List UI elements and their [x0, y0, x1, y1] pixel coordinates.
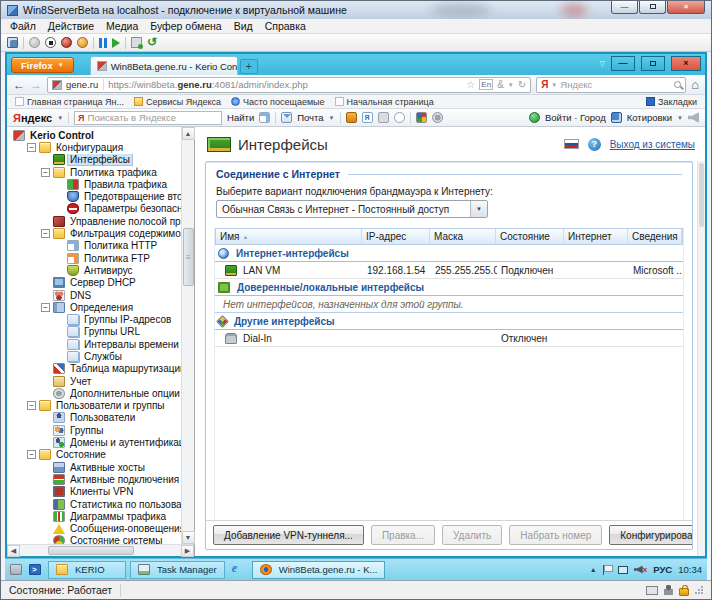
turn-off-icon[interactable] — [45, 37, 56, 48]
taskbar-task-manager-button[interactable]: Task Manager — [130, 561, 225, 579]
bookmarks-menu-button[interactable]: Закладки — [646, 97, 697, 107]
clock[interactable]: 10:34 — [678, 564, 702, 575]
resume-icon[interactable] — [112, 38, 120, 48]
tree-item[interactable]: −Политика трафика — [7, 166, 181, 178]
add-vpn-tunnel-button[interactable]: Добавление VPN-туннеля... — [213, 525, 364, 545]
logout-link[interactable]: Выход из системы — [610, 139, 695, 150]
tree-item[interactable]: −Правила трафика — [7, 178, 181, 190]
vm-close-button[interactable]: × — [667, 1, 705, 14]
bookmark-item[interactable]: Главная страница Ян... — [15, 97, 124, 107]
start-icon[interactable] — [29, 37, 40, 48]
translate-icon[interactable]: En — [479, 79, 493, 90]
main-vertical-scrollbar[interactable] — [697, 161, 705, 556]
collapse-icon[interactable]: − — [41, 229, 50, 238]
checkpoint-icon[interactable] — [131, 37, 142, 48]
save-state-icon[interactable] — [77, 37, 88, 48]
tree-vertical-scrollbar[interactable]: ▲ ▼ — [181, 127, 194, 544]
column-header-1[interactable]: IP-адрес — [362, 229, 430, 244]
tree-root[interactable]: Kerio Control — [7, 129, 181, 141]
powershell-icon[interactable] — [29, 564, 41, 575]
firefox-menu-button[interactable]: Firefox ▼ — [11, 57, 74, 73]
tree-item[interactable]: −Диаграммы трафика — [7, 510, 181, 522]
tree-item[interactable]: −Фильтрация содержимого — [7, 227, 181, 239]
connection-mode-select[interactable]: Обычная Связь с Интернет - Постоянный до… — [216, 200, 488, 218]
scrollbar-thumb[interactable] — [183, 228, 194, 286]
url-bar[interactable]: gene.ru https://win8beta.gene.ru:4081/ad… — [47, 77, 531, 93]
gear-icon[interactable] — [432, 112, 443, 123]
tree-item[interactable]: −Пользователи и группы — [7, 400, 181, 412]
column-header-2[interactable]: Маска — [430, 229, 496, 244]
action-center-flag-icon[interactable] — [603, 565, 612, 575]
tree-item[interactable]: −Политика FTP — [7, 252, 181, 264]
collapse-icon[interactable]: − — [41, 168, 50, 177]
browser-restore-button[interactable] — [641, 56, 665, 71]
tree-item[interactable]: −Интервалы времени — [7, 338, 181, 350]
vm-maximize-button[interactable] — [639, 1, 666, 14]
pause-icon[interactable] — [99, 38, 107, 48]
tree-item[interactable]: −Параметры безопасности — [7, 203, 181, 215]
quotes-button[interactable]: Котировки — [627, 112, 672, 123]
bookmark-item[interactable]: Сервисы Яндекса — [134, 97, 221, 107]
collapse-icon[interactable]: − — [41, 303, 50, 312]
tab-kerio-admin[interactable]: Win8Beta.gene.ru - Kerio Control Admin..… — [90, 56, 238, 75]
help-icon[interactable]: ? — [588, 138, 601, 151]
menu-item[interactable]: Вид — [228, 20, 259, 32]
engine-dropdown-icon[interactable]: ▼ — [551, 82, 557, 88]
dial-button[interactable]: Набрать номер — [509, 525, 602, 545]
tree-item[interactable]: −Группы — [7, 424, 181, 436]
scroll-right-icon[interactable]: ▶ — [181, 545, 194, 557]
menu-item[interactable]: Действие — [42, 20, 100, 32]
page-action-icon[interactable] — [259, 112, 270, 123]
tree-item[interactable]: −Управление полосой пропускания и — [7, 215, 181, 227]
volume-icon[interactable] — [634, 566, 643, 574]
tree-item[interactable]: −Статистика по пользователям — [7, 498, 181, 510]
search-icon[interactable] — [674, 81, 681, 88]
vm-title-bar[interactable]: Win8ServerBeta на localhost - подключени… — [1, 1, 711, 19]
scroll-left-icon[interactable]: ◀ — [7, 545, 20, 557]
tree-item[interactable]: −Учет — [7, 375, 181, 387]
file-explorer-icon[interactable] — [10, 564, 22, 575]
tree-item[interactable]: −Активные подключения — [7, 473, 181, 485]
yandex-find-button[interactable]: Найти — [227, 112, 254, 123]
tree-item[interactable]: −Состояние системы — [7, 535, 181, 544]
tree-item[interactable]: −Активные хосты — [7, 461, 181, 473]
dropdown-icon[interactable]: ▼ — [508, 82, 514, 88]
resize-grip[interactable] — [695, 586, 703, 594]
interface-row[interactable]: LAN VM192.168.1.54255.255.255.0Подключен… — [215, 262, 683, 279]
market-icon[interactable] — [346, 112, 357, 123]
translator-icon[interactable]: Я — [362, 112, 373, 123]
tree-item[interactable]: −Определения — [7, 301, 181, 313]
scrollbar-thumb[interactable] — [48, 546, 134, 555]
apps-cube-icon[interactable] — [416, 112, 427, 123]
mail-dropdown-icon[interactable]: ▼ — [329, 115, 335, 121]
menu-item[interactable]: Справка — [259, 20, 312, 32]
shut-down-icon[interactable] — [61, 37, 72, 48]
tree-item[interactable]: −Группы URL — [7, 326, 181, 338]
tree-item[interactable]: −Предотвращение вторжения — [7, 190, 181, 202]
tray-expand-icon[interactable]: ▲ — [590, 566, 597, 573]
yandex-logo[interactable]: Яндекс — [13, 112, 52, 124]
taskbar-firefox-button[interactable]: Win8Beta.gene.ru - K... — [252, 561, 386, 579]
browser-close-button[interactable]: × — [671, 56, 701, 71]
tree-item[interactable]: −Состояние — [7, 449, 181, 461]
vm-minimize-button[interactable]: — — [611, 1, 638, 14]
forward-button[interactable]: → — [30, 79, 42, 91]
configure-in-wizard-button[interactable]: Конфигурирование в мастере... — [609, 525, 692, 545]
yandex-search-input[interactable]: Я Поискать в Яндексе — [74, 111, 222, 125]
column-header-5[interactable]: Сведения — [628, 229, 682, 244]
column-header-3[interactable]: Состояние — [496, 229, 564, 244]
menu-item[interactable]: Медиа — [100, 20, 144, 32]
interface-group-row[interactable]: Интернет-интерфейсы — [215, 245, 683, 262]
interface-group-row[interactable]: Доверенные/локальные интерфейсы — [215, 279, 683, 296]
site-identity-chip[interactable]: gene.ru — [66, 79, 104, 90]
collapse-icon[interactable]: − — [27, 401, 36, 410]
tree-item[interactable]: −Сервер DHCP — [7, 277, 181, 289]
search-bar[interactable]: Я ▼ Яндекс — [536, 77, 686, 93]
mail-icon[interactable] — [281, 112, 292, 123]
taskbar-kerio-button[interactable]: KERIO — [48, 561, 126, 579]
tree-item[interactable]: −Сообщения-оповещения — [7, 523, 181, 535]
delete-button[interactable]: Удалить — [442, 525, 502, 545]
tree-item[interactable]: −Таблица маршрутизации — [7, 363, 181, 375]
tree-item[interactable]: −Конфигурация — [7, 141, 181, 153]
speaker-icon[interactable] — [688, 112, 699, 123]
